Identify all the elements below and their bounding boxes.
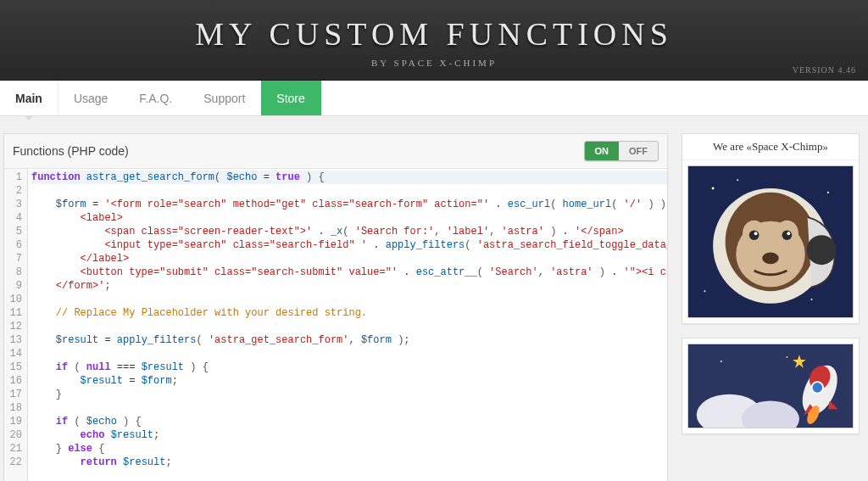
code-line[interactable] bbox=[31, 347, 667, 361]
svg-point-2 bbox=[737, 179, 738, 181]
line-number: 22 bbox=[6, 456, 22, 469]
line-number: 17 bbox=[6, 388, 22, 401]
code-line[interactable]: <input type="search" class="search-field… bbox=[31, 238, 667, 252]
line-number: 3 bbox=[6, 198, 22, 211]
line-number: 12 bbox=[6, 320, 22, 333]
chimp-logo-image[interactable] bbox=[687, 165, 854, 318]
code-line[interactable]: <button type="submit" class="search-subm… bbox=[31, 266, 667, 279]
toggle-on-button[interactable]: ON bbox=[585, 142, 620, 160]
line-number: 19 bbox=[6, 415, 22, 428]
svg-point-18 bbox=[721, 361, 722, 362]
tab-bar: MainUsageF.A.Q.SupportStore bbox=[0, 81, 868, 116]
svg-point-1 bbox=[712, 187, 715, 189]
tab-usage[interactable]: Usage bbox=[58, 81, 124, 115]
rocket-promo-image[interactable] bbox=[687, 344, 854, 428]
line-number: 10 bbox=[6, 293, 22, 306]
code-line[interactable]: return $result; bbox=[31, 456, 667, 469]
sidebar-about-panel: We are «Space X-Chimp» bbox=[682, 133, 860, 324]
line-number: 5 bbox=[6, 225, 22, 238]
sidebar-about-title: We are «Space X-Chimp» bbox=[682, 134, 859, 160]
enable-toggle[interactable]: ON OFF bbox=[584, 141, 659, 161]
svg-point-15 bbox=[762, 253, 778, 265]
tab-support[interactable]: Support bbox=[188, 81, 261, 115]
line-number: 2 bbox=[6, 184, 22, 198]
code-line[interactable]: echo $result; bbox=[31, 428, 667, 442]
code-line[interactable]: $result = apply_filters( 'astra_get_sear… bbox=[31, 333, 667, 347]
tab-faq[interactable]: F.A.Q. bbox=[124, 81, 188, 115]
code-line[interactable]: function astra_get_search_form( $echo = … bbox=[31, 171, 667, 184]
code-line[interactable] bbox=[31, 184, 667, 198]
plugin-subtitle: BY SPACE X-CHIMP bbox=[0, 58, 868, 68]
code-line[interactable]: </form>'; bbox=[31, 279, 667, 293]
svg-point-12 bbox=[782, 230, 793, 240]
line-number: 7 bbox=[6, 252, 22, 266]
functions-panel-header: Functions (PHP code) ON OFF bbox=[4, 134, 667, 169]
tab-main[interactable]: Main bbox=[0, 81, 58, 115]
plugin-header: MY CUSTOM FUNCTIONS BY SPACE X-CHIMP VER… bbox=[0, 0, 868, 81]
code-line[interactable]: $result = $form; bbox=[31, 374, 667, 388]
code-content[interactable]: function astra_get_search_form( $echo = … bbox=[28, 169, 667, 481]
tab-store[interactable]: Store bbox=[261, 81, 320, 115]
line-number: 9 bbox=[6, 279, 22, 293]
code-line[interactable]: <label> bbox=[31, 211, 667, 225]
line-number: 14 bbox=[6, 347, 22, 361]
functions-panel-title: Functions (PHP code) bbox=[13, 144, 129, 158]
code-editor[interactable]: 12345678910111213141516171819202122 func… bbox=[4, 169, 667, 481]
svg-point-11 bbox=[749, 230, 760, 240]
line-number: 18 bbox=[6, 401, 22, 415]
line-number: 13 bbox=[6, 333, 22, 347]
code-line[interactable]: } else { bbox=[31, 442, 667, 456]
code-line[interactable]: // Replace My Placeholder with your desi… bbox=[31, 306, 667, 320]
code-line[interactable] bbox=[31, 401, 667, 415]
line-number: 11 bbox=[6, 306, 22, 320]
code-line[interactable] bbox=[31, 293, 667, 306]
line-number: 16 bbox=[6, 374, 22, 388]
svg-point-4 bbox=[811, 299, 813, 300]
svg-point-14 bbox=[787, 232, 790, 235]
code-line[interactable]: if ( null === $result ) { bbox=[31, 361, 667, 374]
code-line[interactable]: } bbox=[31, 388, 667, 401]
functions-panel: Functions (PHP code) ON OFF 123456789101… bbox=[3, 133, 668, 481]
line-number: 15 bbox=[6, 361, 22, 374]
svg-point-19 bbox=[786, 356, 787, 358]
line-number: 20 bbox=[6, 428, 22, 442]
code-line[interactable]: <span class="screen-reader-text">' . _x(… bbox=[31, 225, 667, 238]
line-number: 6 bbox=[6, 238, 22, 252]
svg-point-26 bbox=[812, 382, 824, 394]
svg-point-3 bbox=[827, 192, 829, 193]
sidebar-promo-panel bbox=[682, 338, 860, 434]
svg-point-13 bbox=[754, 232, 758, 235]
code-line[interactable]: $form = '<form role="search" method="get… bbox=[31, 198, 667, 211]
line-number: 21 bbox=[6, 442, 22, 456]
code-line[interactable]: </label> bbox=[31, 252, 667, 266]
svg-point-5 bbox=[704, 290, 705, 292]
code-line[interactable] bbox=[31, 320, 667, 333]
line-number-gutter: 12345678910111213141516171819202122 bbox=[4, 169, 28, 481]
line-number: 8 bbox=[6, 266, 22, 279]
toggle-off-button[interactable]: OFF bbox=[619, 142, 658, 160]
plugin-title: MY CUSTOM FUNCTIONS bbox=[0, 15, 868, 53]
line-number: 1 bbox=[6, 171, 22, 184]
plugin-version: VERSION 4.46 bbox=[793, 65, 856, 75]
code-line[interactable]: if ( $echo ) { bbox=[31, 415, 667, 428]
line-number: 4 bbox=[6, 211, 22, 225]
svg-point-16 bbox=[807, 235, 837, 265]
